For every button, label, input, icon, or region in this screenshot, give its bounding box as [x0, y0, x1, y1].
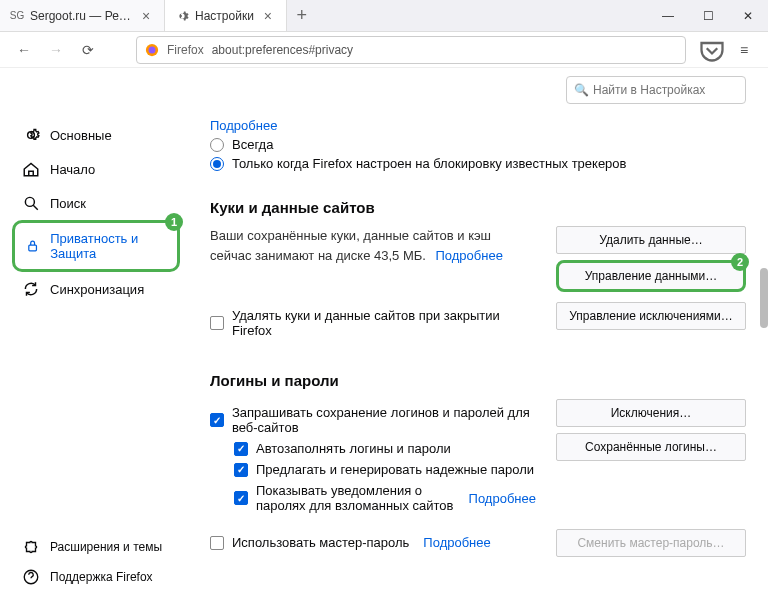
radio-always[interactable]: Всегда: [210, 137, 746, 152]
reload-button[interactable]: ⟳: [74, 36, 102, 64]
url-bar[interactable]: Firefox about:preferences#privacy: [136, 36, 686, 64]
pocket-icon[interactable]: [698, 36, 726, 64]
radio-label: Всегда: [232, 137, 273, 152]
sidebar-item-privacy[interactable]: 1 Приватность и Защита: [12, 220, 180, 272]
checkbox-icon: [234, 463, 248, 477]
gear-icon: [175, 9, 189, 23]
help-icon: [22, 568, 40, 586]
window-controls: — ☐ ✕: [648, 0, 768, 31]
sidebar-label: Синхронизация: [50, 282, 144, 297]
content: 🔍 Основные Начало Поиск 1 Приватность и …: [0, 68, 768, 604]
autofill-checkbox[interactable]: Автозаполнять логины и пароли: [234, 441, 536, 456]
logins-exceptions-button[interactable]: Исключения…: [556, 399, 746, 427]
sidebar-label: Начало: [50, 162, 95, 177]
breach-checkbox[interactable]: Показывать уведомления о паролях для взл…: [234, 483, 536, 513]
new-tab-button[interactable]: +: [287, 0, 317, 31]
checkbox-icon: [234, 442, 248, 456]
sidebar-item-sync[interactable]: Синхронизация: [12, 272, 180, 306]
forward-button[interactable]: →: [42, 36, 70, 64]
tab-sergoot[interactable]: SG Sergoot.ru — Решение ваших ×: [0, 0, 165, 31]
toolbar: ← → ⟳ Firefox about:preferences#privacy …: [0, 32, 768, 68]
checkbox-icon: [210, 316, 224, 330]
maximize-button[interactable]: ☐: [688, 0, 728, 31]
sidebar-item-search[interactable]: Поиск: [12, 186, 180, 220]
minimize-button[interactable]: —: [648, 0, 688, 31]
firefox-icon: [145, 43, 159, 57]
tracking-more-link[interactable]: Подробнее: [210, 118, 746, 133]
delete-data-button[interactable]: Удалить данные…: [556, 226, 746, 254]
tab-title: Sergoot.ru — Решение ваших: [30, 9, 132, 23]
checkbox-label: Предлагать и генерировать надежные парол…: [256, 462, 534, 477]
sidebar-item-support[interactable]: Поддержка Firefox: [12, 562, 180, 592]
checkbox-label: Автозаполнять логины и пароли: [256, 441, 451, 456]
titlebar: SG Sergoot.ru — Решение ваших × Настройк…: [0, 0, 768, 32]
sidebar: Основные Начало Поиск 1 Приватность и За…: [0, 68, 180, 604]
master-password-checkbox[interactable]: Использовать мастер-пароль Подробнее: [210, 535, 536, 550]
checkbox-icon: [210, 413, 224, 427]
url-path: about:preferences#privacy: [212, 43, 677, 57]
radio-icon: [210, 157, 224, 171]
sidebar-label: Приватность и Защита: [50, 231, 167, 261]
puzzle-icon: [22, 538, 40, 556]
home-icon: [22, 160, 40, 178]
sidebar-label: Поддержка Firefox: [50, 570, 153, 584]
sidebar-item-general[interactable]: Основные: [12, 118, 180, 152]
checkbox-icon: [234, 491, 248, 505]
gear-icon: [22, 126, 40, 144]
manage-data-button[interactable]: 2 Управление данными…: [556, 260, 746, 292]
manage-exceptions-button[interactable]: Управление исключениями…: [556, 302, 746, 330]
button-label: Управление данными…: [585, 269, 718, 283]
change-master-button: Сменить мастер-пароль…: [556, 529, 746, 557]
radio-label: Только когда Firefox настроен на блокиро…: [232, 156, 627, 171]
checkbox-icon: [210, 536, 224, 550]
url-prefix: Firefox: [167, 43, 204, 57]
breach-more-link[interactable]: Подробнее: [469, 491, 536, 506]
search-icon: [22, 194, 40, 212]
svg-rect-4: [29, 245, 37, 251]
annotation-badge-2: 2: [731, 253, 749, 271]
cookies-description: Ваши сохранённые куки, данные сайтов и к…: [210, 226, 536, 292]
delete-on-close-checkbox[interactable]: Удалять куки и данные сайтов при закрыти…: [210, 308, 536, 338]
sidebar-label: Расширения и темы: [50, 540, 162, 554]
logins-title: Логины и пароли: [210, 372, 746, 389]
saved-logins-button[interactable]: Сохранённые логины…: [556, 433, 746, 461]
close-button[interactable]: ✕: [728, 0, 768, 31]
checkbox-label: Показывать уведомления о паролях для взл…: [256, 483, 455, 513]
sync-icon: [22, 280, 40, 298]
lock-icon: [25, 237, 40, 255]
sidebar-bottom: Расширения и темы Поддержка Firefox: [12, 532, 180, 604]
back-button[interactable]: ←: [10, 36, 38, 64]
sidebar-label: Основные: [50, 128, 112, 143]
tab-title: Настройки: [195, 9, 254, 23]
favicon-sergoot: SG: [10, 9, 24, 23]
main-panel: Подробнее Всегда Только когда Firefox на…: [180, 68, 768, 604]
svg-line-3: [33, 205, 38, 210]
close-icon[interactable]: ×: [138, 8, 154, 24]
checkbox-label: Удалять куки и данные сайтов при закрыти…: [232, 308, 536, 338]
menu-button[interactable]: ≡: [730, 36, 758, 64]
master-more-link[interactable]: Подробнее: [423, 535, 490, 550]
tab-settings[interactable]: Настройки ×: [165, 0, 287, 31]
svg-point-1: [149, 46, 156, 53]
sidebar-label: Поиск: [50, 196, 86, 211]
close-icon[interactable]: ×: [260, 8, 276, 24]
cookies-title: Куки и данные сайтов: [210, 199, 746, 216]
checkbox-label: Запрашивать сохранение логинов и паролей…: [232, 405, 536, 435]
svg-point-2: [25, 197, 34, 206]
cookies-more-link[interactable]: Подробнее: [436, 248, 503, 263]
radio-only-blocking[interactable]: Только когда Firefox настроен на блокиро…: [210, 156, 746, 171]
radio-icon: [210, 138, 224, 152]
checkbox-label: Использовать мастер-пароль: [232, 535, 409, 550]
suggest-checkbox[interactable]: Предлагать и генерировать надежные парол…: [234, 462, 536, 477]
ask-save-checkbox[interactable]: Запрашивать сохранение логинов и паролей…: [210, 405, 536, 435]
sidebar-item-extensions[interactable]: Расширения и темы: [12, 532, 180, 562]
sidebar-item-home[interactable]: Начало: [12, 152, 180, 186]
